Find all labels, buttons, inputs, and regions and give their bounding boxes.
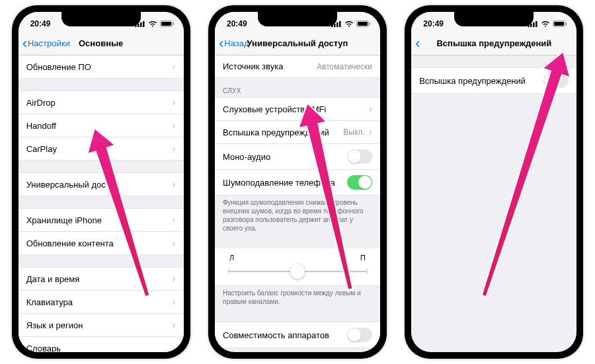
content-area[interactable]: Обновление ПО›AirDrop›Handoff›CarPlay›Ун…: [19, 55, 184, 352]
settings-row[interactable]: Вспышка предупрежденийВыкл.›: [215, 121, 380, 144]
nav-bar: ‹НазадУниверсальный доступ: [215, 32, 380, 55]
svg-rect-18: [533, 22, 535, 27]
nav-bar: ‹НастройкиОсновные: [19, 32, 184, 55]
phone-frame: 20:49‹НастройкиОсновныеОбновление ПО›Air…: [12, 5, 190, 359]
toggle-switch[interactable]: [347, 175, 372, 190]
settings-row[interactable]: Источник звукаАвтоматически: [215, 55, 380, 78]
svg-rect-1: [138, 24, 139, 27]
chevron-right-icon: ›: [172, 319, 175, 331]
battery-icon: [553, 20, 567, 27]
row-label: Вспышка предупреждений: [419, 76, 543, 86]
chevron-right-icon: ›: [172, 296, 175, 308]
row-label: Словарь: [26, 344, 169, 353]
chevron-right-icon: ›: [172, 273, 175, 285]
back-label: Назад: [224, 38, 249, 48]
row-label: Шумоподавление телефона: [223, 178, 347, 188]
settings-row[interactable]: Дата и время›: [19, 267, 184, 291]
chevron-right-icon: ›: [369, 126, 372, 138]
settings-row[interactable]: Обновление ПО›: [19, 55, 184, 79]
row-label: CarPlay: [26, 144, 169, 154]
toggle-switch[interactable]: [347, 149, 372, 164]
row-label: Вспышка предупреждений: [223, 127, 343, 137]
row-detail: Автоматически: [317, 62, 372, 71]
settings-row[interactable]: Handoff›: [19, 114, 184, 137]
chevron-right-icon: ›: [172, 178, 175, 190]
settings-row: Совместимость аппаратов: [215, 322, 380, 348]
chevron-left-icon: ‹: [415, 36, 420, 51]
svg-rect-21: [554, 22, 564, 26]
status-time: 20:49: [30, 19, 51, 28]
chevron-left-icon: ‹: [22, 36, 27, 51]
notch: [61, 12, 141, 26]
battery-icon: [356, 20, 371, 27]
notch: [454, 12, 534, 26]
balance-slider-row: ЛП: [215, 248, 380, 286]
nav-bar: ‹Вспышка предупреждений: [411, 32, 576, 55]
slider-label-left: Л: [229, 254, 234, 262]
section-header: СЛУХ: [215, 78, 380, 97]
notch: [258, 12, 337, 26]
svg-rect-10: [337, 22, 338, 27]
wifi-icon: [148, 20, 157, 27]
settings-row[interactable]: Клавиатура›: [19, 291, 184, 314]
screen: 20:49‹НастройкиОсновныеОбновление ПО›Air…: [19, 12, 184, 352]
svg-rect-17: [530, 24, 532, 27]
content-area[interactable]: Вспышка предупреждений: [411, 55, 576, 352]
svg-rect-11: [339, 21, 341, 27]
row-label: Обновление ПО: [26, 62, 169, 72]
chevron-right-icon: ›: [172, 342, 175, 352]
phone-frame: 20:49‹Вспышка предупрежденийВспышка пред…: [405, 5, 583, 359]
section-footer: Режим «Совместимость аппаратов» улучшает…: [215, 348, 380, 352]
chevron-right-icon: ›: [172, 120, 175, 131]
row-label: AirDrop: [26, 98, 169, 108]
svg-rect-13: [358, 22, 368, 26]
settings-row[interactable]: Универсальный доступ›: [19, 172, 184, 196]
settings-row[interactable]: AirDrop›: [19, 91, 184, 114]
settings-row[interactable]: Слуховые устройства MFi›: [215, 97, 380, 121]
back-button[interactable]: ‹Настройки: [22, 36, 70, 51]
svg-rect-9: [334, 24, 336, 27]
toggle-switch[interactable]: [543, 73, 569, 88]
svg-rect-22: [566, 22, 567, 25]
svg-rect-14: [369, 22, 370, 25]
settings-row[interactable]: CarPlay›: [19, 137, 184, 161]
phone-frame: 20:49‹НазадУниверсальный доступИсточник …: [208, 5, 387, 359]
row-detail: Выкл.: [343, 127, 364, 137]
settings-row[interactable]: Язык и регион›: [19, 314, 184, 337]
toggle-switch[interactable]: [347, 328, 372, 342]
section-footer: Настроить баланс громкости между левым и…: [215, 286, 380, 310]
row-label: Handoff: [26, 121, 169, 131]
svg-rect-19: [536, 21, 537, 27]
back-button[interactable]: ‹: [415, 36, 420, 51]
settings-row[interactable]: Хранилище iPhone›: [19, 208, 184, 232]
screen: 20:49‹Вспышка предупрежденийВспышка пред…: [411, 12, 576, 352]
row-label: Дата и время: [26, 274, 169, 284]
chevron-right-icon: ›: [172, 143, 175, 155]
svg-rect-6: [173, 22, 174, 25]
back-label: Настройки: [28, 38, 70, 48]
row-label: Моно-аудио: [223, 152, 347, 162]
chevron-right-icon: ›: [172, 96, 175, 108]
battery-icon: [160, 20, 175, 27]
screen: 20:49‹НазадУниверсальный доступИсточник …: [215, 12, 380, 352]
slider-thumb[interactable]: [290, 264, 305, 279]
back-button[interactable]: ‹Назад: [219, 36, 249, 51]
balance-slider[interactable]: [228, 271, 367, 272]
chevron-right-icon: ›: [172, 61, 175, 73]
page-title: Вспышка предупреждений: [411, 38, 576, 48]
slider-label-right: П: [360, 254, 366, 262]
row-label: Универсальный доступ: [26, 180, 169, 190]
settings-row[interactable]: Словарь›: [19, 337, 184, 352]
row-label: Клавиатура: [26, 297, 169, 307]
row-label: Обновление контента: [26, 238, 169, 248]
chevron-right-icon: ›: [172, 237, 175, 249]
row-label: Совместимость аппаратов: [223, 330, 347, 340]
row-label: Хранилище iPhone: [26, 215, 169, 225]
status-time: 20:49: [227, 19, 247, 28]
chevron-right-icon: ›: [369, 103, 372, 115]
wifi-icon: [541, 20, 550, 27]
settings-row[interactable]: Обновление контента›: [19, 232, 184, 255]
svg-rect-2: [140, 22, 142, 27]
wifi-icon: [344, 20, 354, 27]
content-area[interactable]: Источник звукаАвтоматическиСЛУХСлуховые …: [215, 55, 380, 352]
